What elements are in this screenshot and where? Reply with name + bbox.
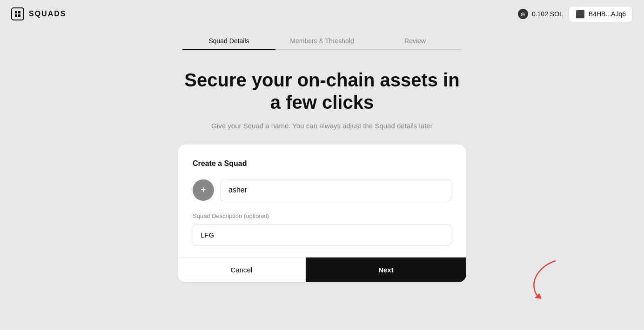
steps-nav: Squad Details Members & Threshold Review: [0, 37, 644, 50]
logo-text: SQUADS: [29, 10, 66, 18]
form-buttons: Cancel Next: [178, 257, 466, 282]
svg-rect-3: [18, 14, 20, 17]
wallet-address: B4HB...AJq6: [589, 10, 626, 18]
page-subheadline: Give your Squad a name. You can always a…: [211, 121, 432, 132]
wallet-icon: ⬛: [576, 10, 585, 19]
desc-label: Squad Description (optional): [193, 212, 451, 219]
svg-rect-0: [15, 11, 17, 13]
step-squad-details[interactable]: Squad Details: [182, 37, 275, 50]
balance-amount: 0.102 SOL: [532, 10, 563, 18]
step-line-members: [275, 49, 369, 50]
page-headline: Secure your on-chain assets in a few cli…: [182, 69, 462, 113]
header: SQUADS ◎ 0.102 SOL ⬛ B4HB...AJq6: [0, 0, 644, 28]
step-review[interactable]: Review: [369, 37, 462, 50]
step-line-review: [369, 49, 462, 50]
next-button[interactable]: Next: [306, 257, 466, 282]
step-label-review: Review: [404, 37, 426, 49]
wallet-button[interactable]: ⬛ B4HB...AJq6: [569, 6, 633, 22]
logo: SQUADS: [11, 7, 66, 20]
step-line-squad-details: [182, 49, 275, 50]
logo-icon: [11, 7, 24, 20]
svg-marker-4: [535, 293, 542, 299]
squad-description-input[interactable]: [193, 224, 451, 246]
step-label-squad-details: Squad Details: [208, 37, 249, 49]
name-input-row: +: [193, 179, 451, 201]
main-content: Secure your on-chain assets in a few cli…: [0, 69, 644, 282]
avatar-plus-button[interactable]: +: [193, 179, 214, 201]
card-title: Create a Squad: [193, 159, 451, 168]
step-label-members: Members & Threshold: [290, 37, 354, 49]
create-squad-card: Create a Squad + Squad Description (opti…: [178, 145, 466, 282]
sol-icon: ◎: [518, 9, 528, 19]
sol-balance: ◎ 0.102 SOL: [518, 9, 563, 19]
header-right: ◎ 0.102 SOL ⬛ B4HB...AJq6: [518, 6, 633, 22]
step-members-threshold[interactable]: Members & Threshold: [275, 37, 369, 50]
squad-name-input[interactable]: [221, 179, 451, 201]
plus-icon: +: [201, 185, 206, 195]
cancel-button[interactable]: Cancel: [178, 257, 306, 282]
svg-rect-2: [15, 14, 17, 17]
svg-rect-1: [18, 11, 20, 13]
